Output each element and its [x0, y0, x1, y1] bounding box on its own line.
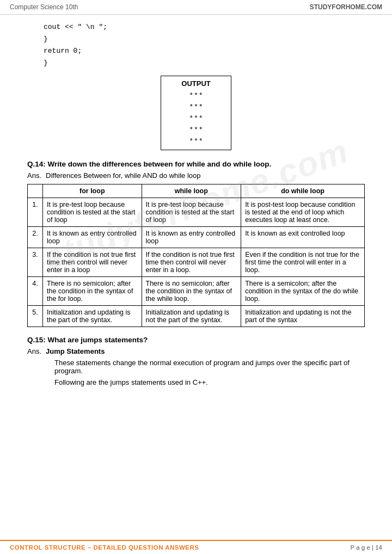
col-num: [28, 184, 43, 198]
cell-while: There is no semicolon; after the conditi…: [142, 277, 241, 306]
col-for: for loop: [43, 184, 142, 198]
cell-while: It is pre-test loop because condition is…: [142, 198, 241, 227]
table-row: 1. It is pre-test loop because condition…: [28, 198, 365, 227]
cell-for: If the condition is not true first time …: [43, 248, 142, 277]
code-line-3: return 0;: [27, 45, 365, 57]
page-footer: CONTROL STRUCTURE – DETAILED QUESTION AN…: [0, 540, 392, 554]
cell-dowhile: It is post-test loop because condition i…: [241, 198, 365, 227]
q15-body2: Following are the jumps statements used …: [54, 378, 365, 386]
output-content: * * * * * * * * * * * * * * *: [167, 90, 225, 146]
table-row: 2. It is known as entry controlled loop …: [28, 227, 365, 248]
cell-while: It is known as entry controlled loop: [142, 227, 241, 248]
code-line-2: }: [27, 33, 365, 45]
cell-for: There is no semicolon; after the conditi…: [43, 277, 142, 306]
output-row-1: * * *: [167, 90, 225, 101]
q15-ans-label: Ans.: [27, 347, 41, 355]
table-row: 3. If the condition is not true first ti…: [28, 248, 365, 277]
cell-num: 1.: [28, 198, 43, 227]
q15-body1: These statements change the normal execu…: [54, 359, 365, 375]
header-title: Computer Science 10th: [10, 3, 78, 11]
footer-page-number: 14: [375, 544, 382, 551]
output-row-3: * * *: [167, 113, 225, 124]
cell-dowhile: Initialization and updating is not the p…: [241, 306, 365, 327]
table-row: 5. Initialization and updating is the pa…: [28, 306, 365, 327]
cell-num: 5.: [28, 306, 43, 327]
q15-ans-row: Ans. Jump Statements: [27, 347, 365, 355]
output-row-5: * * *: [167, 136, 225, 147]
cell-for: Initialization and updating is the part …: [43, 306, 142, 327]
q14-ans-label: Ans.: [27, 171, 41, 180]
cell-dowhile: It is known as exit controlled loop: [241, 227, 365, 248]
header-website: STUDYFORHOME.COM: [310, 3, 382, 11]
output-row-4: * * *: [167, 124, 225, 136]
code-line-4: }: [27, 57, 365, 69]
comparison-table: for loop while loop do while loop 1. It …: [27, 184, 365, 327]
cell-while: Initialization and updating is not the p…: [142, 306, 241, 327]
q14-question: Q.14: Write down the differences between…: [27, 160, 365, 168]
footer-page-prefix: P a g e |: [351, 544, 373, 551]
q15-question-text: Q.15: What are jumps statements?: [27, 336, 148, 344]
cell-dowhile: There is a semicolon; after the conditio…: [241, 277, 365, 306]
q15-question: Q.15: What are jumps statements?: [27, 336, 365, 344]
output-row-2: * * *: [167, 101, 225, 113]
cell-num: 4.: [28, 277, 43, 306]
page: Computer Science 10th STUDYFORHOME.COM s…: [0, 0, 392, 554]
col-while: while loop: [142, 184, 241, 198]
output-title: OUTPUT: [167, 79, 225, 88]
table-header-row: for loop while loop do while loop: [28, 184, 365, 198]
q15-ans-intro: Jump Statements: [46, 347, 105, 355]
table-row: 4. There is no semicolon; after the cond…: [28, 277, 365, 306]
cell-num: 2.: [28, 227, 43, 248]
code-line-1: cout << " \n ";: [27, 21, 365, 33]
page-header: Computer Science 10th STUDYFORHOME.COM: [0, 0, 392, 15]
cell-while: If the condition is not true first time …: [142, 248, 241, 277]
cell-for: It is known as entry controlled loop: [43, 227, 142, 248]
cell-for: It is pre-test loop because condition is…: [43, 198, 142, 227]
q14-ans-row: Ans. Differences Between for, while AND …: [27, 171, 365, 180]
cell-dowhile: Even if the condition is not true for th…: [241, 248, 365, 277]
q14-question-text: Q.14: Write down the differences between…: [27, 160, 271, 168]
cell-num: 3.: [28, 248, 43, 277]
footer-left: CONTROL STRUCTURE – DETAILED QUESTION AN…: [10, 544, 199, 551]
col-dowhile: do while loop: [241, 184, 365, 198]
output-box: OUTPUT * * * * * * * * * * * * * * *: [161, 76, 231, 150]
main-content: cout << " \n "; } return 0; } OUTPUT * *…: [0, 15, 392, 395]
footer-right: P a g e | 14: [351, 544, 382, 551]
q14-ans-intro: Differences Between for, while AND do wh…: [46, 171, 200, 180]
code-block: cout << " \n "; } return 0; }: [27, 20, 365, 70]
